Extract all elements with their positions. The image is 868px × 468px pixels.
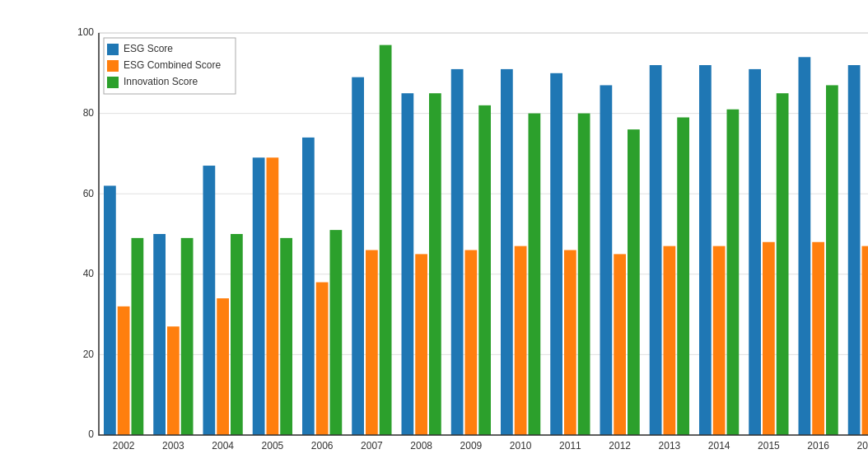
bar-chart	[49, 16, 868, 468]
chart-container	[0, 0, 868, 468]
